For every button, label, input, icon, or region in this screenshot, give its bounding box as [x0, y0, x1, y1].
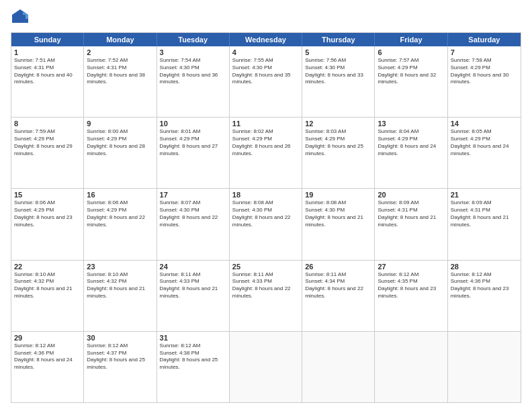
page: SundayMondayTuesdayWednesdayThursdayFrid…	[0, 0, 532, 411]
header-day-thursday: Thursday	[302, 33, 375, 46]
calendar-cell: 7Sunrise: 7:58 AMSunset: 4:29 PMDaylight…	[448, 46, 521, 117]
day-info: Sunrise: 7:59 AMSunset: 4:29 PMDaylight:…	[14, 128, 81, 157]
calendar-cell: 22Sunrise: 8:10 AMSunset: 4:32 PMDayligh…	[11, 261, 84, 331]
day-number: 2	[87, 48, 153, 56]
day-info: Sunrise: 8:04 AMSunset: 4:29 PMDaylight:…	[378, 128, 444, 157]
header-day-friday: Friday	[375, 33, 447, 46]
calendar-cell: 21Sunrise: 8:09 AMSunset: 4:31 PMDayligh…	[448, 189, 521, 259]
day-info: Sunrise: 8:00 AMSunset: 4:29 PMDaylight:…	[87, 128, 153, 157]
day-info: Sunrise: 8:12 AMSunset: 4:36 PMDaylight:…	[451, 271, 518, 300]
calendar-header-row: SundayMondayTuesdayWednesdayThursdayFrid…	[11, 33, 521, 46]
day-info: Sunrise: 8:10 AMSunset: 4:32 PMDaylight:…	[87, 271, 153, 300]
day-number: 27	[378, 263, 444, 271]
day-info: Sunrise: 8:01 AMSunset: 4:29 PMDaylight:…	[160, 128, 226, 157]
header	[11, 8, 521, 27]
day-number: 1	[14, 48, 81, 56]
day-number: 26	[305, 263, 371, 271]
calendar-cell: 19Sunrise: 8:08 AMSunset: 4:30 PMDayligh…	[302, 189, 375, 259]
day-number: 25	[232, 263, 299, 271]
day-info: Sunrise: 7:55 AMSunset: 4:30 PMDaylight:…	[232, 57, 299, 86]
day-number: 23	[87, 263, 153, 271]
calendar-cell: 4Sunrise: 7:55 AMSunset: 4:30 PMDaylight…	[230, 46, 302, 117]
day-info: Sunrise: 8:03 AMSunset: 4:29 PMDaylight:…	[305, 128, 371, 157]
calendar-cell: 9Sunrise: 8:00 AMSunset: 4:29 PMDaylight…	[84, 118, 157, 188]
day-info: Sunrise: 7:56 AMSunset: 4:30 PMDaylight:…	[305, 57, 371, 86]
day-info: Sunrise: 8:12 AMSunset: 4:37 PMDaylight:…	[87, 342, 153, 371]
calendar-cell: 24Sunrise: 8:11 AMSunset: 4:33 PMDayligh…	[157, 261, 230, 331]
calendar-cell: 17Sunrise: 8:07 AMSunset: 4:30 PMDayligh…	[157, 189, 230, 259]
day-number: 16	[87, 191, 153, 199]
day-number: 11	[232, 120, 299, 128]
calendar-cell: 14Sunrise: 8:05 AMSunset: 4:29 PMDayligh…	[448, 118, 521, 188]
logo	[11, 8, 32, 27]
day-number: 31	[160, 334, 226, 342]
day-info: Sunrise: 8:11 AMSunset: 4:34 PMDaylight:…	[305, 271, 371, 300]
header-day-monday: Monday	[84, 33, 157, 46]
calendar-cell: 27Sunrise: 8:12 AMSunset: 4:35 PMDayligh…	[375, 261, 447, 331]
day-number: 18	[232, 191, 299, 199]
day-number: 10	[160, 120, 226, 128]
calendar-cell: 31Sunrise: 8:12 AMSunset: 4:38 PMDayligh…	[157, 332, 230, 402]
calendar-week-3: 15Sunrise: 8:06 AMSunset: 4:29 PMDayligh…	[11, 188, 521, 259]
day-info: Sunrise: 8:12 AMSunset: 4:36 PMDaylight:…	[14, 342, 81, 371]
calendar-week-4: 22Sunrise: 8:10 AMSunset: 4:32 PMDayligh…	[11, 260, 521, 331]
day-info: Sunrise: 8:09 AMSunset: 4:31 PMDaylight:…	[378, 199, 444, 228]
calendar-cell: 12Sunrise: 8:03 AMSunset: 4:29 PMDayligh…	[302, 118, 375, 188]
calendar-cell	[375, 332, 447, 402]
day-info: Sunrise: 8:12 AMSunset: 4:35 PMDaylight:…	[378, 271, 444, 300]
calendar-cell: 1Sunrise: 7:51 AMSunset: 4:31 PMDaylight…	[11, 46, 84, 117]
day-number: 17	[160, 191, 226, 199]
header-day-sunday: Sunday	[11, 33, 84, 46]
day-number: 21	[451, 191, 518, 199]
calendar-cell: 13Sunrise: 8:04 AMSunset: 4:29 PMDayligh…	[375, 118, 447, 188]
calendar-cell: 3Sunrise: 7:54 AMSunset: 4:30 PMDaylight…	[157, 46, 230, 117]
day-number: 24	[160, 263, 226, 271]
day-number: 15	[14, 191, 81, 199]
calendar-week-5: 29Sunrise: 8:12 AMSunset: 4:36 PMDayligh…	[11, 331, 521, 402]
calendar-cell: 15Sunrise: 8:06 AMSunset: 4:29 PMDayligh…	[11, 189, 84, 259]
header-day-saturday: Saturday	[448, 33, 521, 46]
header-day-wednesday: Wednesday	[230, 33, 302, 46]
day-info: Sunrise: 7:57 AMSunset: 4:29 PMDaylight:…	[378, 57, 444, 86]
calendar-cell: 30Sunrise: 8:12 AMSunset: 4:37 PMDayligh…	[84, 332, 157, 402]
calendar-cell	[302, 332, 375, 402]
day-info: Sunrise: 8:10 AMSunset: 4:32 PMDaylight:…	[14, 271, 81, 300]
calendar-cell: 2Sunrise: 7:52 AMSunset: 4:31 PMDaylight…	[84, 46, 157, 117]
day-info: Sunrise: 8:02 AMSunset: 4:29 PMDaylight:…	[232, 128, 299, 157]
day-info: Sunrise: 8:12 AMSunset: 4:38 PMDaylight:…	[160, 342, 226, 371]
calendar-cell: 5Sunrise: 7:56 AMSunset: 4:30 PMDaylight…	[302, 46, 375, 117]
day-number: 3	[160, 48, 226, 56]
calendar-cell: 16Sunrise: 8:06 AMSunset: 4:29 PMDayligh…	[84, 189, 157, 259]
day-info: Sunrise: 7:52 AMSunset: 4:31 PMDaylight:…	[87, 57, 153, 86]
svg-rect-2	[13, 15, 26, 23]
day-info: Sunrise: 8:07 AMSunset: 4:30 PMDaylight:…	[160, 199, 226, 228]
calendar-cell: 20Sunrise: 8:09 AMSunset: 4:31 PMDayligh…	[375, 189, 447, 259]
day-info: Sunrise: 8:11 AMSunset: 4:33 PMDaylight:…	[160, 271, 226, 300]
calendar-cell: 8Sunrise: 7:59 AMSunset: 4:29 PMDaylight…	[11, 118, 84, 188]
calendar-week-2: 8Sunrise: 7:59 AMSunset: 4:29 PMDaylight…	[11, 117, 521, 188]
day-number: 14	[451, 120, 518, 128]
day-number: 8	[14, 120, 81, 128]
logo-icon	[11, 8, 30, 27]
day-info: Sunrise: 8:08 AMSunset: 4:30 PMDaylight:…	[305, 199, 371, 228]
calendar-cell	[230, 332, 302, 402]
calendar-cell: 10Sunrise: 8:01 AMSunset: 4:29 PMDayligh…	[157, 118, 230, 188]
calendar-body: 1Sunrise: 7:51 AMSunset: 4:31 PMDaylight…	[11, 46, 521, 402]
day-number: 4	[232, 48, 299, 56]
day-info: Sunrise: 8:06 AMSunset: 4:29 PMDaylight:…	[14, 199, 81, 228]
day-number: 29	[14, 334, 81, 342]
day-number: 5	[305, 48, 371, 56]
day-number: 7	[451, 48, 518, 56]
day-number: 9	[87, 120, 153, 128]
calendar-cell: 18Sunrise: 8:08 AMSunset: 4:30 PMDayligh…	[230, 189, 302, 259]
day-number: 19	[305, 191, 371, 199]
day-info: Sunrise: 8:06 AMSunset: 4:29 PMDaylight:…	[87, 199, 153, 228]
calendar-cell: 29Sunrise: 8:12 AMSunset: 4:36 PMDayligh…	[11, 332, 84, 402]
calendar-cell: 28Sunrise: 8:12 AMSunset: 4:36 PMDayligh…	[448, 261, 521, 331]
day-number: 12	[305, 120, 371, 128]
header-day-tuesday: Tuesday	[157, 33, 230, 46]
day-info: Sunrise: 8:09 AMSunset: 4:31 PMDaylight:…	[451, 199, 518, 228]
day-number: 22	[14, 263, 81, 271]
day-number: 30	[87, 334, 153, 342]
day-info: Sunrise: 8:11 AMSunset: 4:33 PMDaylight:…	[232, 271, 299, 300]
